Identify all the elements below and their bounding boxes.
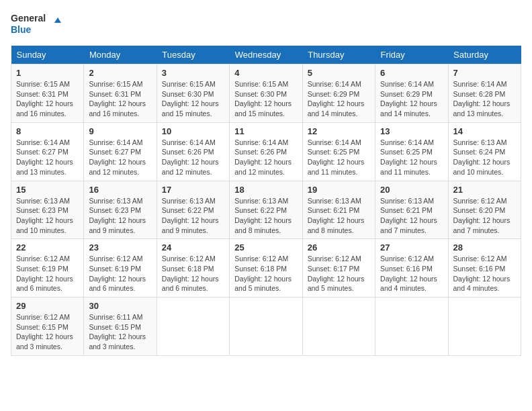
- day-info: Sunrise: 6:11 AM Sunset: 6:15 PM Dayligh…: [89, 312, 151, 352]
- table-row: 21 Sunrise: 6:12 AM Sunset: 6:20 PM Dayl…: [448, 181, 521, 239]
- day-info: Sunrise: 6:13 AM Sunset: 6:22 PM Dayligh…: [162, 196, 224, 236]
- table-row: 2 Sunrise: 6:15 AM Sunset: 6:31 PM Dayli…: [84, 64, 157, 123]
- day-number: 11: [234, 126, 297, 136]
- day-number: 23: [89, 242, 151, 253]
- table-row: 10 Sunrise: 6:14 AM Sunset: 6:26 PM Dayl…: [157, 122, 229, 181]
- table-row: 8 Sunrise: 6:14 AM Sunset: 6:27 PM Dayli…: [11, 122, 84, 181]
- day-number: 10: [162, 126, 224, 136]
- table-row: [302, 298, 375, 356]
- col-header-thursday: Thursday: [302, 46, 375, 64]
- table-row: 9 Sunrise: 6:14 AM Sunset: 6:27 PM Dayli…: [84, 122, 157, 181]
- day-number: 29: [16, 301, 79, 311]
- day-info: Sunrise: 6:15 AM Sunset: 6:30 PM Dayligh…: [162, 79, 224, 119]
- day-number: 6: [380, 68, 443, 78]
- calendar-header: SundayMondayTuesdayWednesdayThursdayFrid…: [11, 46, 521, 64]
- day-info: Sunrise: 6:12 AM Sunset: 6:16 PM Dayligh…: [380, 254, 443, 293]
- logo-mark: General Blue: [11, 11, 64, 38]
- day-info: Sunrise: 6:12 AM Sunset: 6:19 PM Dayligh…: [89, 254, 151, 293]
- day-info: Sunrise: 6:14 AM Sunset: 6:25 PM Dayligh…: [308, 138, 370, 177]
- day-info: Sunrise: 6:13 AM Sunset: 6:23 PM Dayligh…: [16, 196, 79, 236]
- table-row: 30 Sunrise: 6:11 AM Sunset: 6:15 PM Dayl…: [84, 298, 157, 356]
- table-row: [448, 298, 521, 356]
- table-row: 16 Sunrise: 6:13 AM Sunset: 6:23 PM Dayl…: [84, 181, 157, 239]
- day-number: 25: [234, 242, 297, 253]
- col-header-friday: Friday: [375, 46, 448, 64]
- day-info: Sunrise: 6:15 AM Sunset: 6:30 PM Dayligh…: [234, 79, 297, 119]
- day-number: 3: [162, 68, 224, 78]
- day-number: 24: [162, 242, 224, 253]
- day-info: Sunrise: 6:12 AM Sunset: 6:18 PM Dayligh…: [162, 254, 224, 293]
- day-info: Sunrise: 6:14 AM Sunset: 6:28 PM Dayligh…: [453, 79, 516, 119]
- col-header-saturday: Saturday: [448, 46, 521, 64]
- day-info: Sunrise: 6:12 AM Sunset: 6:17 PM Dayligh…: [308, 254, 370, 293]
- table-row: 12 Sunrise: 6:14 AM Sunset: 6:25 PM Dayl…: [302, 122, 375, 181]
- day-number: 12: [308, 126, 370, 136]
- table-row: 6 Sunrise: 6:14 AM Sunset: 6:29 PM Dayli…: [375, 64, 448, 123]
- table-row: 22 Sunrise: 6:12 AM Sunset: 6:19 PM Dayl…: [11, 239, 84, 298]
- col-header-tuesday: Tuesday: [157, 46, 229, 64]
- day-info: Sunrise: 6:12 AM Sunset: 6:15 PM Dayligh…: [16, 312, 79, 352]
- day-number: 8: [16, 126, 79, 136]
- table-row: 17 Sunrise: 6:13 AM Sunset: 6:22 PM Dayl…: [157, 181, 229, 239]
- day-info: Sunrise: 6:12 AM Sunset: 6:20 PM Dayligh…: [453, 196, 516, 236]
- table-row: 1 Sunrise: 6:15 AM Sunset: 6:31 PM Dayli…: [11, 64, 84, 123]
- day-info: Sunrise: 6:12 AM Sunset: 6:18 PM Dayligh…: [234, 254, 297, 293]
- col-header-wednesday: Wednesday: [230, 46, 302, 64]
- svg-text:Blue: Blue: [11, 24, 32, 35]
- day-number: 14: [453, 126, 516, 136]
- table-row: 26 Sunrise: 6:12 AM Sunset: 6:17 PM Dayl…: [302, 239, 375, 298]
- day-info: Sunrise: 6:14 AM Sunset: 6:26 PM Dayligh…: [162, 138, 224, 177]
- col-header-monday: Monday: [84, 46, 157, 64]
- day-info: Sunrise: 6:15 AM Sunset: 6:31 PM Dayligh…: [89, 79, 151, 119]
- day-number: 4: [234, 68, 297, 78]
- day-number: 1: [16, 68, 79, 78]
- table-row: [375, 298, 448, 356]
- table-row: 23 Sunrise: 6:12 AM Sunset: 6:19 PM Dayl…: [84, 239, 157, 298]
- calendar-week-5: 29 Sunrise: 6:12 AM Sunset: 6:15 PM Dayl…: [11, 298, 521, 356]
- day-number: 20: [380, 185, 443, 195]
- calendar-week-2: 8 Sunrise: 6:14 AM Sunset: 6:27 PM Dayli…: [11, 122, 521, 181]
- day-info: Sunrise: 6:12 AM Sunset: 6:19 PM Dayligh…: [16, 254, 79, 293]
- table-row: 29 Sunrise: 6:12 AM Sunset: 6:15 PM Dayl…: [11, 298, 84, 356]
- day-info: Sunrise: 6:14 AM Sunset: 6:26 PM Dayligh…: [234, 138, 297, 177]
- table-row: 19 Sunrise: 6:13 AM Sunset: 6:21 PM Dayl…: [302, 181, 375, 239]
- day-number: 27: [380, 242, 443, 253]
- calendar-week-4: 22 Sunrise: 6:12 AM Sunset: 6:19 PM Dayl…: [11, 239, 521, 298]
- day-number: 30: [89, 301, 151, 311]
- calendar-table: SundayMondayTuesdayWednesdayThursdayFrid…: [11, 46, 521, 356]
- day-number: 28: [453, 242, 516, 253]
- table-row: 5 Sunrise: 6:14 AM Sunset: 6:29 PM Dayli…: [302, 64, 375, 123]
- page-header: General Blue: [11, 11, 521, 38]
- table-row: 3 Sunrise: 6:15 AM Sunset: 6:30 PM Dayli…: [157, 64, 229, 123]
- table-row: 27 Sunrise: 6:12 AM Sunset: 6:16 PM Dayl…: [375, 239, 448, 298]
- day-info: Sunrise: 6:13 AM Sunset: 6:24 PM Dayligh…: [453, 138, 516, 177]
- day-number: 15: [16, 185, 79, 195]
- table-row: 15 Sunrise: 6:13 AM Sunset: 6:23 PM Dayl…: [11, 181, 84, 239]
- day-info: Sunrise: 6:14 AM Sunset: 6:27 PM Dayligh…: [16, 138, 79, 177]
- table-row: 11 Sunrise: 6:14 AM Sunset: 6:26 PM Dayl…: [230, 122, 302, 181]
- day-number: 7: [453, 68, 516, 78]
- day-info: Sunrise: 6:15 AM Sunset: 6:31 PM Dayligh…: [16, 79, 79, 119]
- logo: General Blue: [11, 11, 64, 38]
- calendar-week-1: 1 Sunrise: 6:15 AM Sunset: 6:31 PM Dayli…: [11, 64, 521, 123]
- day-number: 17: [162, 185, 224, 195]
- table-row: 25 Sunrise: 6:12 AM Sunset: 6:18 PM Dayl…: [230, 239, 302, 298]
- svg-marker-2: [54, 17, 61, 23]
- day-number: 26: [308, 242, 370, 253]
- day-number: 22: [16, 242, 79, 253]
- day-info: Sunrise: 6:12 AM Sunset: 6:16 PM Dayligh…: [453, 254, 516, 293]
- table-row: [157, 298, 229, 356]
- day-info: Sunrise: 6:14 AM Sunset: 6:27 PM Dayligh…: [89, 138, 151, 177]
- day-number: 18: [234, 185, 297, 195]
- day-number: 19: [308, 185, 370, 195]
- day-number: 13: [380, 126, 443, 136]
- table-row: 14 Sunrise: 6:13 AM Sunset: 6:24 PM Dayl…: [448, 122, 521, 181]
- calendar-week-3: 15 Sunrise: 6:13 AM Sunset: 6:23 PM Dayl…: [11, 181, 521, 239]
- day-info: Sunrise: 6:13 AM Sunset: 6:22 PM Dayligh…: [234, 196, 297, 236]
- day-info: Sunrise: 6:14 AM Sunset: 6:29 PM Dayligh…: [308, 79, 370, 119]
- table-row: 24 Sunrise: 6:12 AM Sunset: 6:18 PM Dayl…: [157, 239, 229, 298]
- day-number: 2: [89, 68, 151, 78]
- table-row: 20 Sunrise: 6:13 AM Sunset: 6:21 PM Dayl…: [375, 181, 448, 239]
- table-row: [230, 298, 302, 356]
- svg-text:General: General: [11, 13, 46, 24]
